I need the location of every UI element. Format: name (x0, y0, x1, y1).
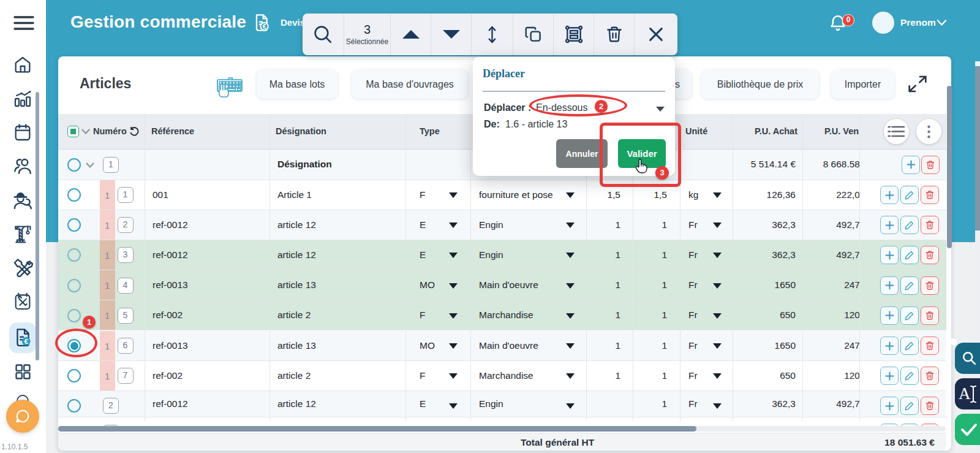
svg-text:€: € (24, 337, 28, 345)
svg-text:€: € (263, 23, 267, 30)
